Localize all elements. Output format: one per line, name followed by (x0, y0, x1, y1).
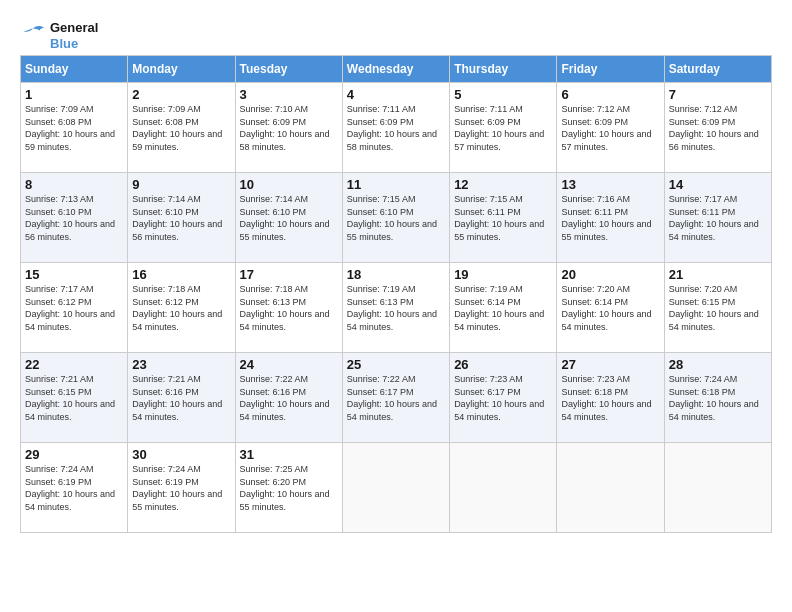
day-of-week-header: Saturday (664, 56, 771, 83)
calendar-day-cell: 19 Sunrise: 7:19 AM Sunset: 6:14 PM Dayl… (450, 263, 557, 353)
day-info: Sunrise: 7:10 AM Sunset: 6:09 PM Dayligh… (240, 103, 338, 153)
day-number: 13 (561, 177, 659, 192)
calendar-day-cell: 28 Sunrise: 7:24 AM Sunset: 6:18 PM Dayl… (664, 353, 771, 443)
calendar-week-row: 1 Sunrise: 7:09 AM Sunset: 6:08 PM Dayli… (21, 83, 772, 173)
day-info: Sunrise: 7:14 AM Sunset: 6:10 PM Dayligh… (240, 193, 338, 243)
day-info: Sunrise: 7:24 AM Sunset: 6:19 PM Dayligh… (25, 463, 123, 513)
day-of-week-header: Friday (557, 56, 664, 83)
day-number: 2 (132, 87, 230, 102)
day-info: Sunrise: 7:15 AM Sunset: 6:10 PM Dayligh… (347, 193, 445, 243)
day-of-week-header: Monday (128, 56, 235, 83)
calendar-day-cell (342, 443, 449, 533)
day-number: 11 (347, 177, 445, 192)
calendar-day-cell: 2 Sunrise: 7:09 AM Sunset: 6:08 PM Dayli… (128, 83, 235, 173)
calendar-day-cell: 10 Sunrise: 7:14 AM Sunset: 6:10 PM Dayl… (235, 173, 342, 263)
day-number: 4 (347, 87, 445, 102)
calendar-day-cell: 15 Sunrise: 7:17 AM Sunset: 6:12 PM Dayl… (21, 263, 128, 353)
calendar-day-cell: 20 Sunrise: 7:20 AM Sunset: 6:14 PM Dayl… (557, 263, 664, 353)
calendar-day-cell: 24 Sunrise: 7:22 AM Sunset: 6:16 PM Dayl… (235, 353, 342, 443)
day-info: Sunrise: 7:20 AM Sunset: 6:14 PM Dayligh… (561, 283, 659, 333)
day-info: Sunrise: 7:21 AM Sunset: 6:16 PM Dayligh… (132, 373, 230, 423)
logo: General Blue (20, 20, 98, 51)
calendar-day-cell: 9 Sunrise: 7:14 AM Sunset: 6:10 PM Dayli… (128, 173, 235, 263)
day-number: 5 (454, 87, 552, 102)
day-info: Sunrise: 7:11 AM Sunset: 6:09 PM Dayligh… (454, 103, 552, 153)
day-info: Sunrise: 7:12 AM Sunset: 6:09 PM Dayligh… (669, 103, 767, 153)
calendar-day-cell: 27 Sunrise: 7:23 AM Sunset: 6:18 PM Dayl… (557, 353, 664, 443)
day-number: 29 (25, 447, 123, 462)
day-info: Sunrise: 7:20 AM Sunset: 6:15 PM Dayligh… (669, 283, 767, 333)
day-number: 30 (132, 447, 230, 462)
day-info: Sunrise: 7:11 AM Sunset: 6:09 PM Dayligh… (347, 103, 445, 153)
day-info: Sunrise: 7:16 AM Sunset: 6:11 PM Dayligh… (561, 193, 659, 243)
day-number: 18 (347, 267, 445, 282)
day-info: Sunrise: 7:17 AM Sunset: 6:11 PM Dayligh… (669, 193, 767, 243)
day-info: Sunrise: 7:25 AM Sunset: 6:20 PM Dayligh… (240, 463, 338, 513)
day-number: 19 (454, 267, 552, 282)
day-number: 3 (240, 87, 338, 102)
calendar-day-cell: 17 Sunrise: 7:18 AM Sunset: 6:13 PM Dayl… (235, 263, 342, 353)
calendar-day-cell: 7 Sunrise: 7:12 AM Sunset: 6:09 PM Dayli… (664, 83, 771, 173)
calendar-day-cell: 21 Sunrise: 7:20 AM Sunset: 6:15 PM Dayl… (664, 263, 771, 353)
day-of-week-header: Tuesday (235, 56, 342, 83)
day-info: Sunrise: 7:24 AM Sunset: 6:19 PM Dayligh… (132, 463, 230, 513)
day-number: 16 (132, 267, 230, 282)
logo-text: General Blue (50, 20, 98, 51)
day-info: Sunrise: 7:23 AM Sunset: 6:17 PM Dayligh… (454, 373, 552, 423)
calendar-day-cell: 12 Sunrise: 7:15 AM Sunset: 6:11 PM Dayl… (450, 173, 557, 263)
day-number: 7 (669, 87, 767, 102)
day-number: 14 (669, 177, 767, 192)
day-info: Sunrise: 7:19 AM Sunset: 6:13 PM Dayligh… (347, 283, 445, 333)
calendar-day-cell: 22 Sunrise: 7:21 AM Sunset: 6:15 PM Dayl… (21, 353, 128, 443)
day-number: 28 (669, 357, 767, 372)
calendar-header-row: SundayMondayTuesdayWednesdayThursdayFrid… (21, 56, 772, 83)
day-info: Sunrise: 7:19 AM Sunset: 6:14 PM Dayligh… (454, 283, 552, 333)
day-number: 12 (454, 177, 552, 192)
day-of-week-header: Thursday (450, 56, 557, 83)
calendar-day-cell (450, 443, 557, 533)
calendar-day-cell (557, 443, 664, 533)
day-of-week-header: Sunday (21, 56, 128, 83)
day-info: Sunrise: 7:15 AM Sunset: 6:11 PM Dayligh… (454, 193, 552, 243)
day-number: 25 (347, 357, 445, 372)
day-info: Sunrise: 7:23 AM Sunset: 6:18 PM Dayligh… (561, 373, 659, 423)
day-number: 21 (669, 267, 767, 282)
calendar-day-cell: 23 Sunrise: 7:21 AM Sunset: 6:16 PM Dayl… (128, 353, 235, 443)
day-number: 9 (132, 177, 230, 192)
calendar-day-cell: 5 Sunrise: 7:11 AM Sunset: 6:09 PM Dayli… (450, 83, 557, 173)
day-info: Sunrise: 7:18 AM Sunset: 6:13 PM Dayligh… (240, 283, 338, 333)
day-number: 1 (25, 87, 123, 102)
calendar-day-cell: 14 Sunrise: 7:17 AM Sunset: 6:11 PM Dayl… (664, 173, 771, 263)
day-info: Sunrise: 7:18 AM Sunset: 6:12 PM Dayligh… (132, 283, 230, 333)
day-info: Sunrise: 7:21 AM Sunset: 6:15 PM Dayligh… (25, 373, 123, 423)
day-info: Sunrise: 7:22 AM Sunset: 6:16 PM Dayligh… (240, 373, 338, 423)
calendar-day-cell: 4 Sunrise: 7:11 AM Sunset: 6:09 PM Dayli… (342, 83, 449, 173)
calendar-week-row: 29 Sunrise: 7:24 AM Sunset: 6:19 PM Dayl… (21, 443, 772, 533)
day-info: Sunrise: 7:17 AM Sunset: 6:12 PM Dayligh… (25, 283, 123, 333)
calendar-week-row: 22 Sunrise: 7:21 AM Sunset: 6:15 PM Dayl… (21, 353, 772, 443)
day-info: Sunrise: 7:24 AM Sunset: 6:18 PM Dayligh… (669, 373, 767, 423)
calendar-day-cell: 13 Sunrise: 7:16 AM Sunset: 6:11 PM Dayl… (557, 173, 664, 263)
calendar-day-cell: 11 Sunrise: 7:15 AM Sunset: 6:10 PM Dayl… (342, 173, 449, 263)
page-header: General Blue (20, 20, 772, 51)
calendar-day-cell: 26 Sunrise: 7:23 AM Sunset: 6:17 PM Dayl… (450, 353, 557, 443)
day-number: 24 (240, 357, 338, 372)
day-number: 22 (25, 357, 123, 372)
calendar-week-row: 8 Sunrise: 7:13 AM Sunset: 6:10 PM Dayli… (21, 173, 772, 263)
day-info: Sunrise: 7:14 AM Sunset: 6:10 PM Dayligh… (132, 193, 230, 243)
day-of-week-header: Wednesday (342, 56, 449, 83)
calendar-table: SundayMondayTuesdayWednesdayThursdayFrid… (20, 55, 772, 533)
day-number: 15 (25, 267, 123, 282)
day-number: 26 (454, 357, 552, 372)
day-number: 31 (240, 447, 338, 462)
day-info: Sunrise: 7:12 AM Sunset: 6:09 PM Dayligh… (561, 103, 659, 153)
calendar-day-cell: 31 Sunrise: 7:25 AM Sunset: 6:20 PM Dayl… (235, 443, 342, 533)
calendar-day-cell: 6 Sunrise: 7:12 AM Sunset: 6:09 PM Dayli… (557, 83, 664, 173)
day-info: Sunrise: 7:22 AM Sunset: 6:17 PM Dayligh… (347, 373, 445, 423)
day-info: Sunrise: 7:09 AM Sunset: 6:08 PM Dayligh… (25, 103, 123, 153)
calendar-day-cell: 16 Sunrise: 7:18 AM Sunset: 6:12 PM Dayl… (128, 263, 235, 353)
day-number: 27 (561, 357, 659, 372)
day-number: 8 (25, 177, 123, 192)
calendar-day-cell (664, 443, 771, 533)
day-info: Sunrise: 7:13 AM Sunset: 6:10 PM Dayligh… (25, 193, 123, 243)
